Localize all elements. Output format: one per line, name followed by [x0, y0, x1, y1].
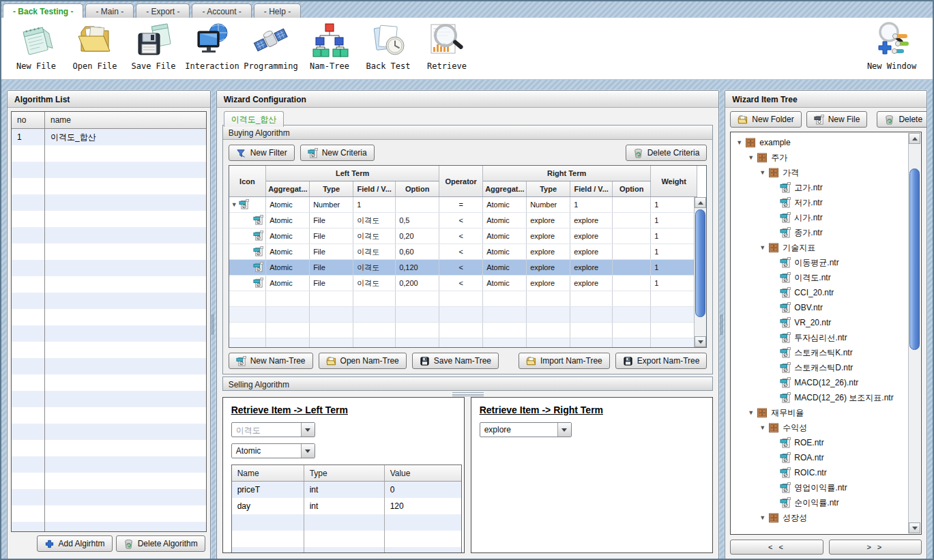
menu-tab-account[interactable]: - Account -	[192, 3, 251, 18]
tree-node-item[interactable]: ▼주가	[731, 150, 921, 165]
tree-node-roe-ntr[interactable]: ROE.ntr	[731, 435, 921, 450]
algorithm-row[interactable]	[12, 391, 206, 407]
algorithm-row[interactable]	[12, 162, 206, 178]
tree-node-ntr[interactable]: 이동평균.ntr	[731, 255, 921, 270]
column-header-name[interactable]: Name	[232, 465, 304, 481]
tree-node-ntr[interactable]: 투자심리선.ntr	[731, 330, 921, 345]
tree-node-item[interactable]: ▼기술지표	[731, 240, 921, 255]
criteria-row[interactable]: AtomicFile이격도0,5<Atomicexploreexplore1	[229, 213, 697, 229]
retrieve-item-combo[interactable]: 이격도	[231, 422, 315, 437]
algorithm-row[interactable]	[12, 293, 206, 309]
delete-criteria-button[interactable]: Delete Criteria	[626, 145, 707, 161]
tree-node-ntr[interactable]: 종가.ntr	[731, 225, 921, 240]
tree-node-item[interactable]: ▼재무비율	[731, 405, 921, 420]
criteria-row[interactable]: AtomicFile이격도0,60<Atomicexploreexplore1	[229, 244, 697, 260]
new-file-button[interactable]: New File	[806, 111, 868, 128]
nav-prev-button[interactable]: < <	[730, 540, 823, 555]
criteria-row[interactable]: AtomicFile이격도0,20<Atomicexploreexplore1	[229, 229, 697, 244]
toolbar-item-back-test[interactable]: Back Test	[359, 19, 418, 79]
tree-node-example[interactable]: ▼example	[731, 135, 921, 150]
parameter-row[interactable]	[232, 531, 461, 547]
horizontal-splitter[interactable]	[222, 391, 714, 397]
right-term-combo[interactable]: explore	[480, 422, 572, 437]
tree-node-macd-12-26-ntr[interactable]: MACD(12_26).ntr	[731, 375, 921, 390]
scroll-thumb[interactable]	[909, 168, 920, 350]
tree-node-macd-12-26-ntr[interactable]: MACD(12_26) 보조지표.ntr	[731, 390, 921, 405]
aggregation-combo[interactable]: Atomic	[231, 443, 315, 458]
parameter-row[interactable]: priceT int 0	[232, 482, 461, 498]
algorithm-row[interactable]	[12, 440, 206, 456]
column-header-no[interactable]: no	[12, 112, 45, 128]
column-header-type[interactable]: Type	[304, 465, 385, 481]
algorithm-row[interactable]	[12, 522, 206, 532]
tree-node-item[interactable]: ▼가격	[731, 165, 921, 180]
tree-node-item[interactable]: ▼수익성	[731, 420, 921, 435]
tree-vertical-scrollbar[interactable]	[908, 133, 920, 533]
expander-icon[interactable]: ▼	[736, 139, 745, 146]
algorithm-row[interactable]	[12, 473, 206, 489]
buying-algorithm-bar[interactable]: Buying Algorithm	[223, 126, 713, 140]
parameter-row[interactable]	[232, 547, 461, 553]
tree-node-roic-ntr[interactable]: ROIC.ntr	[731, 465, 921, 480]
tree-node-ntr[interactable]: 저가.ntr	[731, 195, 921, 210]
export-nam-tree-button[interactable]: Export Nam-Tree	[615, 353, 707, 369]
algorithm-row[interactable]	[12, 456, 206, 473]
scroll-track[interactable]	[909, 144, 920, 522]
tree-node-vr-20-ntr[interactable]: VR_20.ntr	[731, 315, 921, 330]
algorithm-row[interactable]: 1 이격도_합산	[12, 129, 206, 145]
new-folder-button[interactable]: New Folder	[730, 111, 801, 128]
menu-tab-help[interactable]: - Help -	[254, 3, 301, 18]
algorithm-row[interactable]	[12, 145, 206, 162]
criteria-row[interactable]: ▼AtomicNumber1=AtomicNumber11	[229, 197, 697, 213]
criteria-row[interactable]: AtomicFile이격도0,200<Atomicexploreexplore1	[229, 276, 697, 291]
tree-node-ntr[interactable]: 순이익률.ntr	[731, 495, 921, 510]
expander-icon[interactable]: ▼	[231, 201, 237, 208]
expander-icon[interactable]: ▼	[759, 169, 768, 176]
algorithm-row[interactable]	[12, 178, 206, 194]
expander-icon[interactable]: ▼	[748, 154, 757, 161]
algorithm-row[interactable]	[12, 260, 206, 276]
algorithm-row[interactable]	[12, 211, 206, 227]
delete-button[interactable]: Delete	[877, 111, 927, 128]
menu-tab-back-testing[interactable]: - Back Testing -	[3, 3, 83, 18]
add-algorithm-button[interactable]: Add Algirhtm	[37, 535, 113, 552]
toolbar-item-new-file[interactable]: New File	[7, 19, 65, 79]
algorithm-row[interactable]	[12, 374, 206, 391]
expander-icon[interactable]: ▼	[759, 424, 768, 431]
delete-algorithm-button[interactable]: Delete Algorithm	[116, 535, 205, 552]
combo-dropdown-button[interactable]	[301, 423, 315, 437]
algorithm-row[interactable]	[12, 227, 206, 244]
tree-node-obv-ntr[interactable]: OBV.ntr	[731, 300, 921, 315]
algorithm-row[interactable]	[12, 244, 206, 260]
splitter-right[interactable]	[719, 90, 725, 559]
expander-icon[interactable]: ▼	[759, 244, 768, 251]
column-header-name[interactable]: name	[45, 112, 206, 128]
expander-icon[interactable]: ▼	[759, 514, 768, 521]
scroll-up-button[interactable]	[695, 197, 706, 208]
toolbar-item-nam-tree[interactable]: Nam-Tree	[300, 19, 359, 79]
algorithm-row[interactable]	[12, 342, 206, 358]
scroll-track[interactable]	[695, 208, 706, 336]
criteria-row[interactable]: AtomicFile이격도0,120<Atomicexploreexplore1	[229, 260, 697, 276]
menu-tab-export[interactable]: - Export -	[136, 3, 190, 18]
new-filter-button[interactable]: New Filter	[229, 145, 295, 161]
algorithm-row[interactable]	[12, 309, 206, 325]
scroll-down-button[interactable]	[695, 336, 706, 347]
toolbar-item-save-file[interactable]: Save File	[124, 19, 183, 79]
algorithm-row[interactable]	[12, 505, 206, 522]
splitter-left[interactable]	[211, 90, 216, 559]
selling-algorithm-bar[interactable]: Selling Algorithm	[222, 377, 714, 391]
toolbar-item-interaction[interactable]: Interaction	[183, 19, 242, 79]
algorithm-row[interactable]	[12, 276, 206, 293]
scroll-down-button[interactable]	[909, 522, 920, 533]
parameter-row[interactable]	[232, 514, 461, 531]
toolbar-item-programming[interactable]: Programming	[242, 19, 300, 79]
grid-vertical-scrollbar[interactable]	[694, 197, 706, 347]
tab-algorithm[interactable]: 이격도_합산	[224, 111, 284, 127]
algorithm-row[interactable]	[12, 489, 206, 505]
tree-node-ntr[interactable]: 영업이익률.ntr	[731, 480, 921, 495]
algorithm-row[interactable]	[12, 407, 206, 424]
scroll-up-button[interactable]	[909, 133, 920, 144]
tree-node-cci-20-ntr[interactable]: CCI_20.ntr	[731, 285, 921, 300]
import-nam-tree-button[interactable]: Import Nam-Tree	[519, 353, 610, 369]
